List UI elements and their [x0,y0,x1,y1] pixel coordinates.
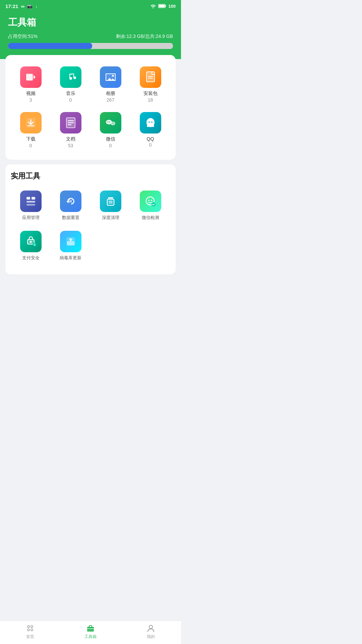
wechat-label: 微信 [106,136,115,142]
music-label: 音乐 [66,91,75,97]
photo-count: 267 [107,97,114,103]
status-bar: 17:21 ∞ 📷 ↓ 100 [0,0,181,12]
wifi-icon [150,4,156,8]
svg-point-20 [113,123,114,123]
svg-rect-3 [26,74,33,80]
svg-point-19 [112,123,112,123]
status-right: 100 [150,4,176,9]
signal-icon: ∞ [21,3,24,9]
paysafe-label: 支付安全 [22,255,40,261]
wechatcheck-label: 微信检测 [142,215,159,221]
file-item-download[interactable]: 下载 0 [11,107,51,153]
status-left: 17:21 ∞ 📷 ↓ [5,3,38,9]
doc-count: 53 [68,143,73,148]
battery-percent: 100 [168,4,176,9]
apk-label: 安装包 [143,91,158,97]
svg-rect-2 [166,5,166,7]
main-content: 视频 3 音乐 0 [0,55,181,306]
page-title: 工具箱 [8,16,173,29]
camera-icon: 📷 [27,4,33,9]
download-status-icon: ↓ [35,4,38,9]
file-item-music[interactable]: 音乐 0 [51,62,90,107]
svg-point-17 [107,121,108,122]
deepclean-icon [100,191,121,212]
file-item-apk[interactable]: 安装包 18 [130,62,170,107]
svg-rect-26 [26,204,35,206]
tool-item-deepclean[interactable]: 深度清理 [90,187,130,224]
video-icon [20,66,42,88]
storage-progress-bar [8,43,173,49]
storage-used-label: 占用空间:51% [8,34,38,40]
tools-grid-row2: $ 支付安全 病毒库更新 [11,227,170,264]
svg-point-32 [148,200,149,201]
photo-label: 相册 [106,91,115,97]
paysafe-icon: $ [20,231,42,252]
file-item-qq[interactable]: QQ 0 [130,107,170,153]
svg-marker-4 [34,75,36,79]
file-grid: 视频 3 音乐 0 [11,62,170,153]
svg-text:$: $ [34,243,36,246]
music-count: 0 [69,97,72,103]
video-label: 视频 [26,91,36,97]
tools-grid-row1: 应用管理 数据重置 [11,187,170,224]
tools-section-title: 实用工具 [11,171,170,181]
battery-icon [158,4,166,8]
download-label: 下载 [26,136,36,142]
svg-point-21 [148,121,150,123]
file-item-photo[interactable]: 相册 267 [90,62,130,107]
file-item-doc[interactable]: 文档 53 [51,107,90,153]
file-item-wechat[interactable]: 微信 0 [90,107,130,153]
wechatcheck-icon [140,191,161,212]
svg-rect-1 [159,5,165,7]
reset-icon [60,191,81,212]
svg-point-22 [151,121,153,123]
tool-item-paysafe[interactable]: $ 支付安全 [11,227,51,264]
wechat-icon [100,112,121,133]
svg-point-18 [109,121,110,122]
photo-icon [100,66,121,88]
virusupdate-label: 病毒库更新 [60,255,81,261]
svg-point-34 [152,202,156,206]
svg-point-5 [112,75,114,77]
header: 工具箱 占用空间:51% 剩余:12.3 GB/总共:24.9 GB [0,12,181,59]
wechat-count: 0 [109,143,112,148]
appmanage-icon [20,191,42,212]
svg-rect-23 [26,197,30,200]
doc-label: 文档 [66,136,75,142]
doc-icon [60,112,81,133]
tool-item-reset[interactable]: 数据重置 [51,187,90,224]
svg-point-36 [30,241,32,243]
apk-icon [140,66,161,88]
appmanage-label: 应用管理 [22,215,40,221]
tool-item-virusupdate[interactable]: 病毒库更新 [51,227,90,264]
svg-rect-24 [32,197,35,200]
svg-point-33 [151,200,152,201]
qq-count: 0 [149,142,152,148]
storage-progress-fill [8,43,92,49]
deepclean-label: 深度清理 [102,215,119,221]
download-icon-box [20,112,42,133]
svg-rect-25 [26,201,35,203]
tool-item-wechatcheck[interactable]: 微信检测 [130,187,170,224]
file-item-video[interactable]: 视频 3 [11,62,51,107]
apk-count: 18 [148,97,153,103]
svg-rect-27 [108,197,113,199]
download-count: 0 [29,143,32,148]
tools-card: 实用工具 应用管理 [5,164,176,274]
video-count: 3 [29,97,32,103]
virusupdate-icon [60,231,81,252]
storage-remain-label: 剩余:12.3 GB/总共:24.9 GB [116,34,173,40]
tool-item-appmanage[interactable]: 应用管理 [11,187,51,224]
time: 17:21 [5,3,18,9]
qq-icon [140,112,161,133]
music-icon [60,66,81,88]
reset-label: 数据重置 [62,215,79,221]
storage-row: 占用空间:51% 剩余:12.3 GB/总共:24.9 GB [8,34,173,40]
file-categories-card: 视频 3 音乐 0 [5,55,176,160]
svg-rect-28 [107,199,114,205]
svg-point-16 [111,122,115,125]
qq-label: QQ [147,136,154,142]
